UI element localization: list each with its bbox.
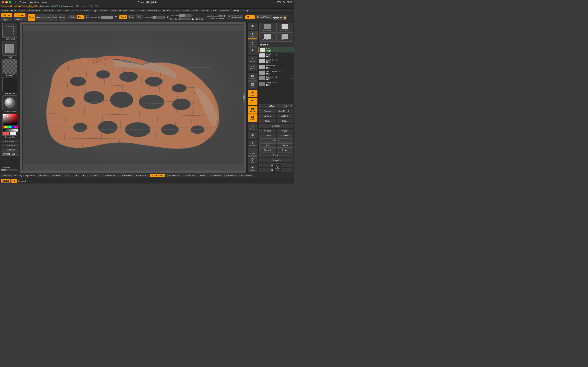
draw-size-slider[interactable]: [179, 17, 191, 20]
del-hidden-button[interactable]: Del Hidden: [224, 174, 238, 177]
menu-zscript[interactable]: Zscript: [241, 9, 250, 12]
alpha-off-item[interactable]: Alpha Off: [1, 59, 19, 76]
see-through-button[interactable]: See-through 0: [227, 15, 243, 19]
lazy-mouse-button[interactable]: LazyMouse: [239, 174, 253, 177]
dynamic-toggle[interactable]: Dynamic: [195, 17, 204, 20]
rotate-button[interactable]: ↻Rotate: [59, 14, 66, 21]
menu-texture[interactable]: Texture: [201, 9, 210, 12]
lock-icon[interactable]: 🔒: [282, 15, 287, 20]
subtool-toggle-outerpattern-v2[interactable]: [266, 84, 270, 86]
bpr-button[interactable]: ◼ BPR: [248, 23, 258, 30]
scroll-button[interactable]: ⊕ Scroll: [248, 39, 258, 47]
cblur-button[interactable]: ◌ C.Blur: [248, 148, 258, 156]
optimize-button[interactable]: ⊙: [11, 179, 17, 183]
minimize-button[interactable]: [5, 1, 8, 3]
menu-file[interactable]: File: [69, 9, 76, 12]
fix-mesh-button[interactable]: Fix Mesh: [89, 174, 101, 177]
move-button[interactable]: ⤢Move: [43, 14, 51, 21]
thumb-zsphere1[interactable]: ZSphere_1: [277, 33, 293, 42]
tpose-mesh-button[interactable]: TPoseMesh: [1, 148, 19, 151]
tpose-subt-button[interactable]: TPose ▶ SubT: [1, 152, 19, 156]
menu-select[interactable]: Select: [172, 9, 181, 12]
bw-bar[interactable]: [3, 129, 18, 132]
paste-button[interactable]: Paste: [277, 119, 293, 123]
menu-macro[interactable]: Macro: [99, 9, 108, 12]
m-button[interactable]: M: [84, 15, 89, 19]
focal-shift-slider[interactable]: [179, 14, 191, 17]
shrink-mask-button[interactable]: ShrinkMask: [209, 174, 223, 177]
traffic-lights[interactable]: [2, 1, 11, 3]
dyna-mesh-button[interactable]: DynaMesh: [1, 144, 19, 147]
project-button[interactable]: Project: [277, 148, 293, 152]
delete-button[interactable]: Delete: [259, 133, 276, 138]
view-mask-button[interactable]: ViewMask: [1, 140, 19, 143]
hue-bar[interactable]: [3, 125, 18, 128]
colorize-button[interactable]: Colorize: [1, 13, 12, 17]
subtool-item-raw[interactable]: RAW: [259, 47, 294, 53]
texture-off-item[interactable]: Texture Off: [1, 77, 19, 95]
vertical-scroll[interactable]: [243, 91, 246, 104]
sdiv-button[interactable]: SDiv 6: [14, 17, 26, 21]
no-fill-polyf-button[interactable]: no Fill PolyF: [150, 174, 165, 177]
menu-light[interactable]: Light: [91, 9, 99, 12]
transp-button[interactable]: ◻ Transp: [248, 124, 258, 131]
window-menu[interactable]: Window: [30, 1, 39, 4]
subtool-toggle-skin3v4[interactable]: [266, 73, 270, 75]
subtool-toggle-raw[interactable]: [266, 50, 271, 52]
toolbar-icon-1[interactable]: ◀◀: [273, 15, 277, 20]
del-other-button[interactable]: Del Other: [277, 133, 293, 138]
insert-button[interactable]: Insert: [277, 129, 293, 133]
split-button[interactable]: Split: [259, 143, 276, 148]
subtool-vis-skin3v4[interactable]: 👁: [291, 71, 293, 74]
store-mt-button[interactable]: StoreMT: [51, 174, 63, 177]
copy-button[interactable]: Copy: [259, 119, 276, 123]
duplicate-button[interactable]: Duplicate: [259, 124, 293, 128]
auto-reorder-button[interactable]: AutoReorder: [277, 109, 293, 113]
hide-pt-button[interactable]: HidePt: [198, 174, 208, 177]
zoom-button[interactable]: ⊕ Zoom: [248, 48, 258, 55]
menu-brush[interactable]: Brush: [9, 9, 18, 12]
thumb-outerpattern[interactable]: Outerpattern_v..: [259, 23, 276, 32]
menu-movie[interactable]: Movie: [129, 9, 138, 12]
z-intensity-slider[interactable]: [153, 16, 165, 19]
menu-transform[interactable]: Transform: [218, 9, 231, 12]
double-button[interactable]: Double: [1, 179, 11, 183]
menu-render[interactable]: Render: [162, 9, 172, 12]
color-gradient[interactable]: [3, 114, 17, 125]
merge-button[interactable]: Merge: [277, 143, 293, 148]
maximize-button[interactable]: [9, 1, 11, 3]
menu-deformation[interactable]: Deformation: [26, 9, 41, 12]
frame-button[interactable]: ⊞ Frame: [248, 132, 258, 139]
subtool-item-skin3v4[interactable]: Skin_ZSphere_3_v4 👁: [259, 70, 294, 75]
menu-preferences[interactable]: Preferences: [147, 9, 162, 12]
zsub-button[interactable]: Zsub: [128, 15, 135, 19]
remesh-button[interactable]: Remesh: [259, 148, 276, 152]
menu-material[interactable]: Material: [118, 9, 129, 12]
menu-shader[interactable]: Shader: [181, 9, 191, 12]
subtool-toggle-outerpattern1[interactable]: [266, 78, 270, 80]
mrgb-button[interactable]: Mrgb: [68, 15, 76, 19]
morph-uv-button[interactable]: Morph UV: [37, 174, 50, 177]
thumb-skin-sphere4[interactable]: Skin_ZSphere_4: [259, 33, 276, 42]
up-arrow-button[interactable]: ▲: [74, 174, 79, 177]
foreground-color[interactable]: [3, 132, 9, 135]
apply-button[interactable]: Apply: [1, 17, 12, 21]
zbrush-menu[interactable]: ZBrush: [19, 1, 27, 4]
weld-dist-box[interactable]: WeldDist 1: [135, 174, 147, 177]
menu-geo[interactable]: Geo: [76, 9, 83, 12]
all-low-button[interactable]: All Low: [259, 114, 276, 118]
subtool-toggle-insoul-raw[interactable]: [266, 67, 270, 69]
view-menu[interactable]: View: [42, 1, 47, 4]
rect-item[interactable]: Rect: [1, 41, 19, 58]
dynamic-button[interactable]: Dynamic: [14, 13, 26, 17]
menu-marker[interactable]: Marker: [108, 9, 118, 12]
close-button[interactable]: [2, 1, 4, 3]
menu-alpha[interactable]: Alpha: [1, 9, 9, 12]
subtool-down-arrow[interactable]: ▼: [289, 104, 293, 108]
zcut-button[interactable]: Zcut: [136, 15, 143, 19]
floor-button[interactable]: ▦ Floor: [248, 81, 258, 89]
rgb-button[interactable]: Rgb: [77, 15, 84, 19]
menu-stroke[interactable]: Stroke: [191, 9, 200, 12]
subtool-vis-outerpattern1[interactable]: 👁: [291, 77, 293, 80]
all-high-button[interactable]: All High: [277, 114, 293, 118]
